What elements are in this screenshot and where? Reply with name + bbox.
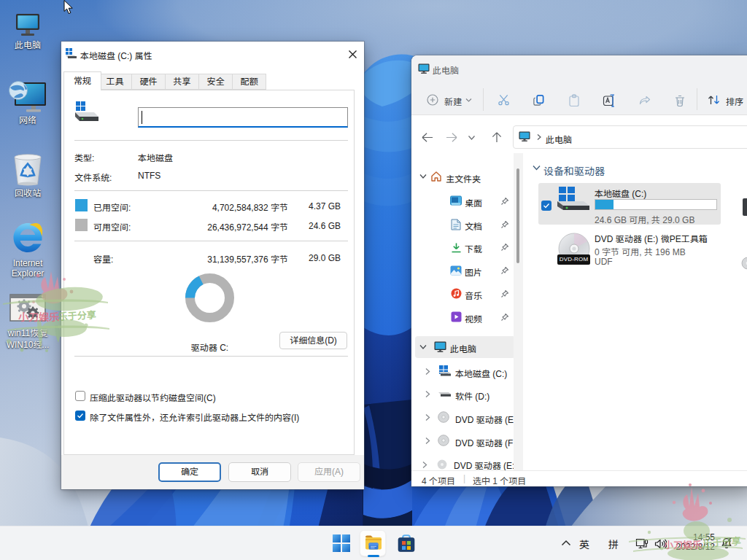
svg-text:乐于分享: 乐于分享 bbox=[57, 307, 96, 323]
svg-text:小刀娱乐: 小刀娱乐 bbox=[18, 309, 59, 324]
svg-text:乐于分享: 乐于分享 bbox=[702, 533, 741, 550]
svg-text:小刀娱乐: 小刀娱乐 bbox=[663, 537, 702, 551]
